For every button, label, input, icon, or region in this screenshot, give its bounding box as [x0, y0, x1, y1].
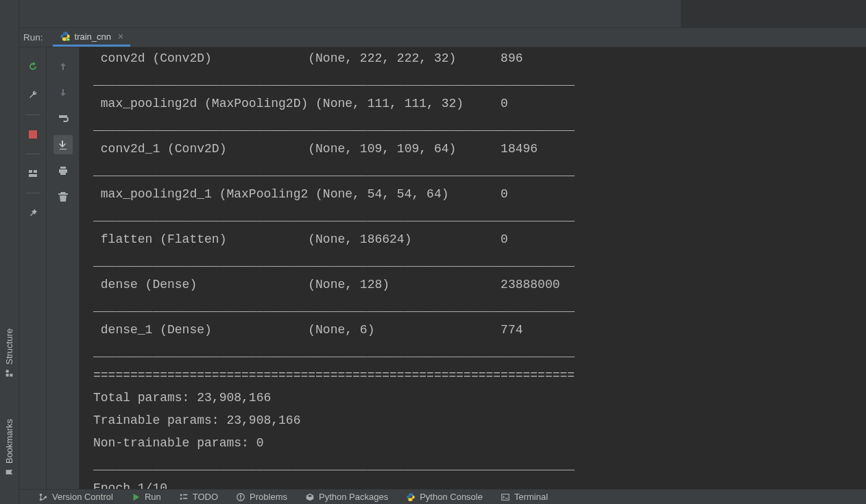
python-icon — [60, 31, 71, 42]
run-toolbar-left — [19, 47, 47, 489]
svg-rect-2 — [10, 374, 12, 376]
vcs-icon — [38, 492, 48, 502]
python-icon — [406, 492, 416, 502]
tab-python-packages[interactable]: Python Packages — [305, 492, 388, 502]
problems-label: Problems — [250, 492, 287, 502]
svg-rect-11 — [180, 494, 182, 496]
python-console-label: Python Console — [420, 492, 483, 502]
svg-rect-17 — [240, 498, 241, 499]
todo-icon — [179, 492, 189, 502]
toolbar-separator — [25, 154, 40, 154]
rerun-button[interactable] — [23, 57, 43, 76]
run-tool-window-header: Run: train_cnn × — [19, 28, 866, 47]
svg-rect-1 — [6, 370, 9, 373]
python-packages-label: Python Packages — [319, 492, 388, 502]
clear-all-button[interactable] — [53, 187, 73, 206]
play-icon — [131, 492, 141, 502]
svg-rect-6 — [34, 170, 37, 173]
run-label: Run: — [23, 32, 43, 43]
pin-button[interactable] — [23, 203, 43, 222]
svg-point-9 — [40, 498, 43, 501]
terminal-icon — [501, 492, 510, 502]
toolbar-separator — [25, 115, 40, 115]
run-toolbar-right — [47, 47, 80, 489]
stop-button[interactable] — [23, 125, 43, 144]
scroll-to-end-button[interactable] — [53, 135, 73, 154]
svg-rect-13 — [180, 497, 182, 499]
close-icon[interactable]: × — [118, 31, 123, 42]
svg-rect-14 — [183, 497, 187, 499]
console-output[interactable]: conv2d (Conv2D) (None, 222, 222, 32) 896… — [80, 47, 866, 489]
down-button[interactable] — [53, 83, 73, 102]
svg-rect-5 — [29, 170, 32, 173]
tab-terminal[interactable]: Terminal — [501, 492, 548, 502]
print-button[interactable] — [53, 161, 73, 180]
left-stripe: Structure Bookmarks — [0, 0, 19, 504]
svg-rect-4 — [29, 130, 37, 139]
layout-button[interactable] — [23, 164, 43, 183]
svg-rect-16 — [240, 494, 241, 497]
package-icon — [305, 492, 315, 502]
tab-problems[interactable]: Problems — [236, 492, 287, 502]
soft-wrap-button[interactable] — [53, 109, 73, 128]
problems-icon — [236, 492, 245, 502]
tab-run[interactable]: Run — [131, 492, 161, 502]
up-button[interactable] — [53, 57, 73, 76]
bookmarks-label: Bookmarks — [4, 419, 14, 464]
todo-label: TODO — [193, 492, 218, 502]
tab-python-console[interactable]: Python Console — [406, 492, 483, 502]
svg-rect-0 — [6, 374, 9, 376]
svg-rect-18 — [502, 494, 509, 500]
tool-window-tab-bookmarks[interactable]: Bookmarks — [4, 419, 14, 477]
tool-window-tab-structure[interactable]: Structure — [4, 328, 14, 378]
editor-blank-area — [0, 0, 866, 28]
tab-version-control[interactable]: Version Control — [38, 492, 113, 502]
wrench-button[interactable] — [23, 86, 43, 105]
tab-todo[interactable]: TODO — [179, 492, 218, 502]
run-label-bottom: Run — [145, 492, 161, 502]
toolbar-separator — [25, 193, 40, 193]
svg-rect-7 — [29, 174, 37, 177]
run-tab-train-cnn[interactable]: train_cnn × — [53, 28, 131, 47]
structure-label: Structure — [4, 328, 14, 365]
bottom-stripe: Version Control Run TODO Problems Python… — [19, 489, 866, 504]
run-tab-label: train_cnn — [75, 32, 111, 42]
version-control-label: Version Control — [52, 492, 113, 502]
svg-rect-12 — [183, 494, 187, 495]
terminal-label: Terminal — [514, 492, 548, 502]
svg-point-8 — [40, 493, 43, 496]
